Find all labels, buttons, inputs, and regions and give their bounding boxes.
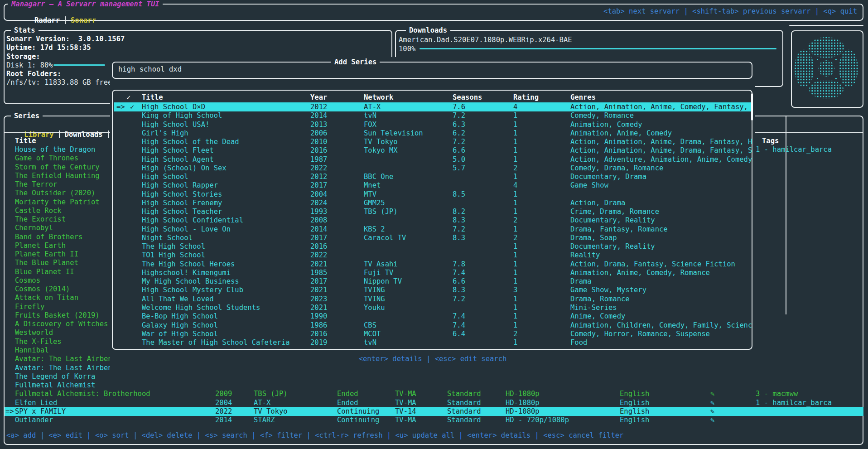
result-rating-cell: 1 bbox=[513, 242, 517, 251]
result-network-cell: AT-X bbox=[364, 102, 381, 111]
library-row[interactable]: Elfen Lied2004AT-XEndedTV-MAStandardHD-1… bbox=[0, 398, 868, 407]
result-network-cell: Nippon TV bbox=[364, 277, 402, 286]
result-network-cell: tvN bbox=[364, 338, 376, 347]
download-item-name: American.Dad.S20E07.1080p.WEBRip.x264-BA… bbox=[399, 35, 572, 44]
result-rating-cell: 1 bbox=[513, 146, 517, 155]
result-row[interactable]: My High School Business2017Nippon TV6.61… bbox=[114, 277, 751, 286]
result-row[interactable]: King of High School2014tvN7.21Comedy, Ro… bbox=[114, 111, 751, 120]
result-genres-cell: Drama, Romance bbox=[570, 295, 630, 304]
result-network-cell: CBS bbox=[364, 321, 376, 330]
result-row[interactable]: The Master of High School Cafeteria2019t… bbox=[114, 338, 751, 347]
result-row[interactable]: War of High School2016MCOT6.42Comedy, Ho… bbox=[114, 329, 751, 338]
result-row[interactable]: High School Rapper2017Mnet4Game Show bbox=[114, 181, 751, 190]
series-title-cell: SPY x FAMILY bbox=[15, 407, 66, 416]
result-row[interactable]: Galaxy High School1986CBS7.41Animation, … bbox=[114, 321, 751, 330]
result-row[interactable]: =>✓High School D×D2012AT-X7.64Action, An… bbox=[114, 102, 752, 111]
result-network-cell: Fuji TV bbox=[364, 268, 393, 277]
result-row[interactable]: Highschool! Kimengumi1985Fuji TV7.41Anim… bbox=[114, 268, 751, 277]
series-certification-cell: TV-MA bbox=[395, 415, 416, 425]
series-title-cell: Planet Earth II bbox=[15, 250, 78, 259]
result-seasons-cell: 6.6 bbox=[453, 146, 465, 155]
library-row[interactable]: Fullmetal Alchemist: Brotherhood2009TBS … bbox=[0, 389, 868, 398]
result-rating-cell: 1 bbox=[513, 129, 517, 138]
result-row[interactable]: The High School Heroes2021TV Asahi7.81Ac… bbox=[114, 260, 751, 269]
downloads-title: Downloads bbox=[406, 26, 450, 35]
result-row[interactable]: Night School2017Caracol TV8.32Drama, Soa… bbox=[114, 233, 751, 242]
result-row[interactable]: High School USA!2013FOX6.31Animation, Co… bbox=[114, 120, 751, 129]
result-row[interactable]: High School - Love On2014KBS 27.21Drama,… bbox=[114, 225, 751, 234]
result-row[interactable]: High School Agent19875.01Action, Adventu… bbox=[114, 155, 751, 164]
result-row[interactable]: High School Mystery Club2021TVING8.33Gam… bbox=[114, 285, 751, 295]
result-genres-cell: Comedy, Romance bbox=[570, 111, 634, 120]
series-network-cell: TBS (JP) bbox=[254, 389, 288, 398]
result-rating-cell: 1 bbox=[513, 198, 517, 208]
series-status-cell: Ended bbox=[337, 389, 358, 398]
result-genres-cell: Documentary, Reality bbox=[570, 242, 655, 251]
result-row[interactable]: Welcome High School Students2021Youku1Mi… bbox=[114, 303, 751, 312]
result-year-cell: 2016 bbox=[310, 329, 327, 338]
library-column-tags: Tags bbox=[762, 136, 779, 145]
header-title: Title bbox=[142, 93, 163, 102]
series-title-cell: The Outsider (2020) bbox=[15, 188, 95, 198]
result-seasons-cell: 7.8 bbox=[453, 260, 465, 269]
result-row[interactable]: The High School20161Documentary, Reality bbox=[114, 242, 751, 251]
series-title-cell: Avatar: The Last Airbender bbox=[15, 363, 125, 372]
series-title-cell: Fullmetal Alchemist bbox=[15, 381, 95, 390]
servarr-tab-bar: RadarrSonarr bbox=[9, 7, 96, 16]
results-scrollbar[interactable] bbox=[751, 93, 753, 121]
result-year-cell: 2017 bbox=[310, 181, 327, 190]
library-column-title: Title bbox=[15, 136, 36, 145]
result-row[interactable]: TO1 High School20221Reality bbox=[114, 251, 751, 260]
result-row[interactable]: High School Confidential20088.32Document… bbox=[114, 216, 751, 225]
result-rating-cell: 4 bbox=[513, 102, 517, 111]
edit-icon: ✎ bbox=[710, 415, 714, 425]
result-row[interactable]: High (School) On Sex20225.72Comedy, Dram… bbox=[114, 164, 751, 173]
result-rating-cell: 2 bbox=[513, 164, 517, 173]
series-network-cell: AT-X bbox=[254, 398, 270, 407]
series-search-input[interactable]: Add Series high school dxd bbox=[112, 62, 752, 79]
series-language-cell: English bbox=[620, 407, 649, 416]
stats-uptime: Uptime: 17d 15:58:35 bbox=[6, 43, 91, 52]
result-row[interactable]: Be-Bop High School19907.41Anime, Comedy bbox=[114, 312, 751, 321]
series-title-cell: The X-Files bbox=[15, 337, 62, 346]
result-year-cell: 2017 bbox=[310, 233, 327, 242]
result-row[interactable]: High School of the Dead2010TV Tokyo7.21A… bbox=[114, 137, 751, 146]
result-row[interactable]: High School Frenemy2024GMM251Action, Dra… bbox=[114, 198, 751, 208]
result-row[interactable]: High School2012BBC One1Documentary, Dram… bbox=[114, 172, 751, 181]
result-genres-cell: Food bbox=[570, 338, 587, 347]
result-year-cell: 2016 bbox=[310, 242, 327, 251]
result-genres-cell: Animation, Children, Comedy, Family, Sci… bbox=[570, 321, 752, 330]
result-seasons-cell: 5.7 bbox=[453, 164, 465, 173]
result-title-cell: The High School bbox=[142, 242, 205, 251]
result-rating-cell: 1 bbox=[513, 321, 517, 330]
result-seasons-cell: 6.2 bbox=[453, 129, 465, 138]
result-year-cell: 2008 bbox=[310, 216, 327, 225]
results-header: ✓TitleYearNetworkSeasonsRatingGenres bbox=[114, 93, 751, 102]
result-title-cell: High School - Love On bbox=[142, 225, 231, 234]
result-title-cell: War of High School bbox=[142, 329, 218, 338]
result-rating-cell: 1 bbox=[513, 225, 517, 234]
result-year-cell: 2016 bbox=[310, 146, 327, 155]
series-title-cell: Planet Earth bbox=[15, 241, 66, 250]
edit-icon: ✎ bbox=[710, 407, 714, 416]
tab-sonarr[interactable]: Sonarr bbox=[71, 16, 96, 24]
result-year-cell: 2021 bbox=[310, 303, 327, 312]
library-row[interactable]: =>SPY x FAMILY2022TV TokyoContinuingTV-1… bbox=[0, 407, 868, 416]
series-title-cell: Avatar: The Last Airbender bbox=[15, 354, 125, 363]
result-network-cell: TV Asahi bbox=[364, 260, 398, 269]
result-row[interactable]: High School Teacher1993TBS (JP)8.21Crime… bbox=[114, 207, 751, 216]
library-row[interactable]: Outlander2014STARZContinuingTV-MAStandar… bbox=[0, 415, 868, 425]
series-year-cell: 2022 bbox=[215, 407, 232, 416]
tab-radarr[interactable]: Radarr bbox=[34, 16, 60, 24]
series-title-cell: A Discovery of Witches bbox=[15, 319, 108, 328]
series-status-cell: Continuing bbox=[337, 415, 379, 425]
series-title-cell: Castle Rock bbox=[15, 206, 62, 215]
result-row[interactable]: High School Fleet2016Tokyo MX6.61Action,… bbox=[114, 146, 751, 155]
series-certification-cell: TV-14 bbox=[395, 407, 416, 416]
result-row[interactable]: Girl's High2006Sun Television6.21Animati… bbox=[114, 129, 751, 138]
result-row[interactable]: All That We Loved2023TVING7.21Drama, Rom… bbox=[114, 295, 751, 304]
tab-downloads[interactable]: Downloads bbox=[65, 130, 103, 139]
result-title-cell: High School Fleet bbox=[142, 146, 214, 155]
result-row[interactable]: High School Stories2004MTV8.51 bbox=[114, 190, 751, 199]
selected-row-highlight bbox=[5, 407, 863, 416]
